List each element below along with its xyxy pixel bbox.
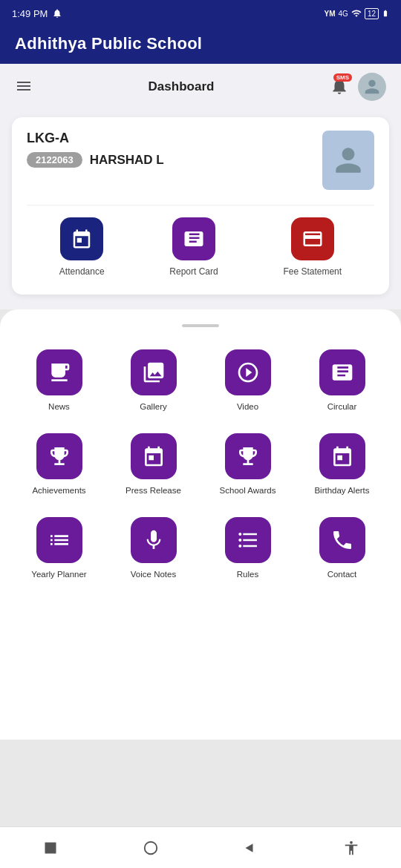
signal-icon [351,8,362,19]
menu-item-news[interactable]: News [12,342,106,420]
press-release-icon [142,444,166,468]
school-awards-icon [236,444,260,468]
video-icon [236,361,260,384]
circular-icon-bg [319,349,365,395]
student-class: LKG-A [27,131,164,146]
header-icons: SMS [330,73,386,101]
main-content: News Gallery Video [0,309,401,740]
birthday-alerts-label: Birthday Alerts [314,485,369,496]
press-release-icon-bg [131,433,177,479]
quick-action-attendance[interactable]: Attendance [59,217,105,277]
menu-item-achievements[interactable]: Achievements [12,426,106,504]
phone-icon [330,528,354,552]
menu-item-rules[interactable]: Rules [200,510,295,588]
rules-icon-bg [225,517,271,563]
accessibility-icon [343,840,359,856]
contact-label: Contact [327,569,357,580]
student-avatar [322,131,374,190]
trophy-icon [48,444,71,468]
achievements-label: Achievements [32,485,85,496]
carrier-icon: YM [325,10,336,18]
voice-notes-icon-bg [131,517,177,563]
menu-item-circular[interactable]: Circular [295,342,389,420]
student-id-badge: 2122063 [27,152,82,168]
quick-action-report-card[interactable]: Report Card [169,217,218,277]
news-icon [48,361,71,384]
menu-item-voice-notes[interactable]: Voice Notes [106,510,200,588]
calendar-icon [71,228,93,250]
app-title: Adhithya Public School [15,34,386,53]
birthday-icon [330,444,354,468]
school-awards-icon-bg [225,433,271,479]
fee-statement-icon-bg [291,217,334,260]
yearly-planner-icon-bg [36,517,82,563]
avatar-icon [362,76,382,97]
alarm-icon [52,8,62,19]
status-bar: 1:49 PM YM 4G 12 [0,0,401,27]
drag-handle [182,324,219,327]
bottom-navigation [0,826,401,868]
video-icon-bg [225,349,271,395]
report-card-label: Report Card [169,266,218,277]
student-details: LKG-A 2122063 HARSHAD L [27,131,164,171]
user-avatar-button[interactable] [358,73,386,101]
network-type: 4G [339,10,348,18]
menu-item-birthday-alerts[interactable]: Birthday Alerts [295,426,389,504]
achievements-icon-bg [36,433,82,479]
school-awards-label: School Awards [220,485,276,496]
nav-accessibility-button[interactable] [333,830,369,866]
square-icon [43,841,58,855]
menu-grid: News Gallery Video [12,342,389,588]
mic-icon [142,528,166,552]
birthday-alerts-icon-bg [319,433,365,479]
gallery-icon-bg [131,349,177,395]
notification-button[interactable]: SMS [330,76,349,98]
circular-label: Circular [327,401,357,412]
news-label: News [48,401,70,412]
circular-icon [330,361,354,384]
dashboard-title: Dashboard [149,79,215,94]
news-icon-bg [36,349,82,395]
rules-label: Rules [237,569,258,580]
quick-action-fee-statement[interactable]: Fee Statement [283,217,342,277]
fee-statement-label: Fee Statement [283,266,342,277]
voice-notes-label: Voice Notes [131,569,176,580]
menu-item-school-awards[interactable]: School Awards [200,426,295,504]
svg-marker-2 [245,844,252,852]
video-label: Video [237,401,258,412]
student-id-name: 2122063 HARSHAD L [27,152,164,168]
student-card-wrapper: LKG-A 2122063 HARSHAD L Atte [0,110,401,309]
attendance-label: Attendance [59,266,105,277]
triangle-icon [244,841,258,855]
menu-item-video[interactable]: Video [200,342,295,420]
student-info: LKG-A 2122063 HARSHAD L [27,131,374,190]
quick-actions: Attendance Report Card Fee Statement [27,205,374,277]
student-name: HARSHAD L [90,153,164,168]
press-release-label: Press Release [125,485,181,496]
notification-badge: SMS [333,73,352,82]
nav-back-button[interactable] [233,830,269,866]
hamburger-icon [15,77,33,95]
menu-item-yearly-planner[interactable]: Yearly Planner [12,510,106,588]
svg-rect-0 [45,842,56,853]
nav-square-button[interactable] [33,830,68,866]
menu-item-press-release[interactable]: Press Release [106,426,200,504]
nav-home-button[interactable] [133,830,169,866]
credit-card-icon [301,228,324,250]
report-card-icon-bg [172,217,215,260]
status-left: 1:49 PM [12,8,62,19]
student-card: LKG-A 2122063 HARSHAD L Atte [12,117,389,295]
circle-icon [143,840,159,856]
menu-item-gallery[interactable]: Gallery [106,342,200,420]
gallery-icon [142,361,166,384]
charging-icon [382,8,389,19]
dashboard-header: Dashboard SMS [0,64,401,110]
gallery-label: Gallery [140,401,166,412]
contact-icon-bg [319,517,365,563]
app-header: Adhithya Public School [0,27,401,64]
rules-icon [236,528,260,552]
status-right: YM 4G 12 [325,8,389,19]
menu-item-contact[interactable]: Contact [295,510,389,588]
list-icon [48,528,71,552]
hamburger-menu-button[interactable] [15,77,33,97]
